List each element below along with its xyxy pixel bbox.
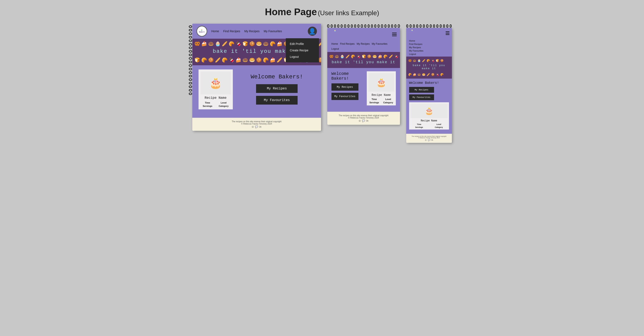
nav-my-favourites[interactable]: My Favourites [264,30,282,33]
mobile-nav-recipes[interactable]: My Recipes [409,46,449,49]
food-icon: 🧁 [340,55,344,58]
mobile-nav-logout[interactable]: Logout [409,53,449,55]
mobile-footer-line1: The recipes on this site reserve their o… [408,135,450,137]
food-icon: 🍪 [208,57,214,63]
coil [344,24,346,28]
mobile-recipe-title: Recipe Name [410,119,448,122]
coil [351,24,353,28]
coil [189,93,192,95]
footer-line1: The recipes on this site reserve their o… [195,120,318,123]
food-icon: 🥐 [222,57,228,63]
food-icon: 🥯 [422,73,425,76]
chat-icon[interactable]: 💬 [255,125,258,128]
nav-my-recipes[interactable]: My Recipes [244,30,260,33]
tablet-recipe-title: Recipe Name [368,93,394,97]
food-icon: 🍪 [256,57,262,63]
food-icon: 🍩 [242,57,248,63]
coil [440,24,442,28]
coil [416,24,418,28]
hamburger-menu[interactable] [392,33,397,36]
mobile-welcome-text: Welcome Bakers! [409,81,449,85]
nav-find-recipes[interactable]: Find Recipes [223,30,240,33]
tablet-recipe-meta: Time Level Servings Category [368,98,394,104]
footer-line2: © Rebecca Tracey-Timoney 2024 [195,123,318,125]
coil [381,24,383,28]
mobile-github-icon[interactable]: ⊙ [425,139,426,141]
tablet-linkedin-icon[interactable]: in [366,119,368,122]
coil [189,71,192,74]
tablet-nav-home[interactable]: Home [332,42,338,45]
food-icon: 🥖 [389,55,393,58]
mobile-nav-home[interactable]: Home [409,40,449,42]
tablet-nav-recipes[interactable]: My Recipes [357,42,370,45]
food-icon: 🥖 [346,55,350,58]
coil [189,43,192,46]
tablet-hero-text: bake it 'til you make it [327,59,400,66]
coil [443,24,445,28]
coil [348,24,350,28]
recipe-card-meta: Time Level Servings Category [200,101,231,107]
mobile-hamburger[interactable] [446,31,450,35]
linkedin-icon[interactable]: in [260,125,261,128]
food-icon: 🍪 [440,59,444,62]
coil [413,24,415,28]
tablet-my-recipes-btn[interactable]: My Recipes [332,83,358,91]
title-sub: (User links Example) [318,9,379,17]
main-content: 🎂 Recipe Name Time Level Servings Catego… [192,65,321,118]
coil [189,64,192,67]
mockups-row: 🧁Bake it Home Find Recipes My Recipes My… [177,24,468,143]
tablet-food-icons-top: 🥨 🍩 🧁 🥖 🥐 🍫 🍞 🍪 🥯 🍰 🥐 🥖 🍫 🍪 [327,54,400,59]
food-icon: 🍫 [431,59,434,62]
mobile-navbar: 🧁 [406,28,452,38]
tablet-nav-favs[interactable]: My Favourites [372,42,387,45]
mobile-my-favs-btn[interactable]: My Favourites [409,94,434,100]
dropdown-edit-profile[interactable]: Edit Profile [290,41,315,47]
food-icon: 🧁 [418,59,421,62]
tablet-chat-icon[interactable]: 💬 [362,119,365,122]
tablet-nav-find[interactable]: Find Recipes [340,42,355,45]
nav-home[interactable]: Home [212,30,219,33]
food-icon: 🍞 [194,57,200,63]
food-icon: 🍫 [229,57,234,63]
tablet-nav-logout[interactable]: Logout [332,47,339,50]
github-icon[interactable]: ⊙ [252,125,254,128]
tablet-github-icon[interactable]: ⊙ [359,119,361,122]
coil [391,24,393,28]
food-icon: 🍪 [367,55,371,58]
avatar[interactable]: 👤 [308,27,317,36]
mobile-nav-favs[interactable]: My Favourites [409,50,449,52]
coil [189,47,192,49]
coil [189,75,192,77]
coil [368,24,370,28]
dropdown-create-recipe[interactable]: Create Recipe [290,47,315,54]
hamburger-line [446,33,450,34]
hamburger-line [446,31,450,32]
food-icon: 🥐 [383,55,388,58]
mobile-footer: The recipes on this site reserve their o… [406,134,452,143]
tablet-navbar: 🧁 [327,28,400,41]
dropdown-logout[interactable]: Logout [290,54,315,60]
mobile-nav-find[interactable]: Find Recipes [409,43,449,45]
tablet-my-favs-btn[interactable]: My Favourites [332,93,358,100]
food-icon: 🍪 [431,73,434,76]
coil [450,24,452,28]
mobile-hero: 🥨 🍩 🧁 🥖 🥐 🍫 🍞 🍪 bake it 'til you make it… [406,57,452,79]
my-favourites-button[interactable]: My Favourites [256,96,298,105]
site-footer: The recipes on this site reserve their o… [192,118,321,131]
mobile-my-recipes-btn[interactable]: My Recipes [409,87,434,93]
mobile-chat-icon[interactable]: 💬 [428,139,430,141]
food-icon: 🥖 [422,59,425,62]
coil [334,24,336,28]
tablet-footer-icons: ⊙ 💬 in [330,119,398,122]
user-icon: 👤 [308,28,316,35]
my-recipes-button[interactable]: My Recipes [256,84,298,93]
food-icon: 🥐 [270,41,276,47]
hamburger-line [446,34,450,35]
food-icon: 🥐 [408,73,412,76]
coil [361,24,363,28]
tablet-welcome-text: Welcome Bakers! [332,71,362,81]
coil [371,24,373,28]
mobile-meta-servings: Servings [410,126,428,128]
food-icon: 🍞 [362,55,366,58]
mobile-linkedin-icon[interactable]: in [432,139,433,141]
